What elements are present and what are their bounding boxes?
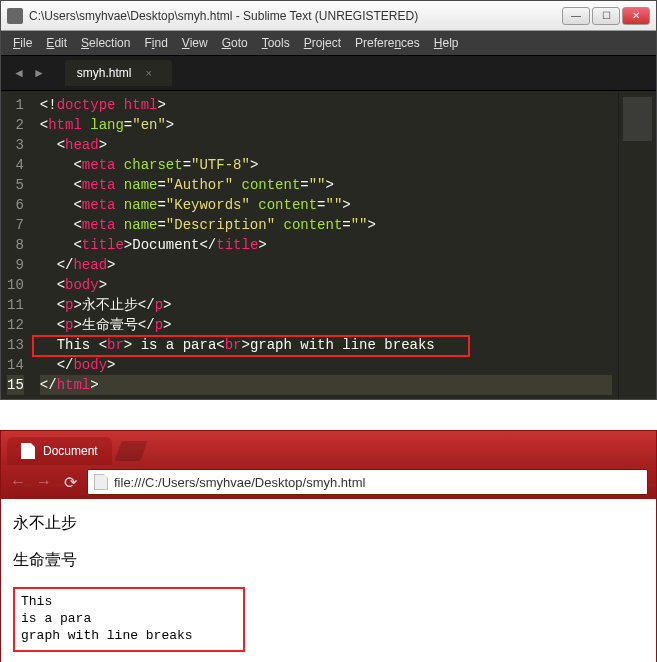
line-num: 9 xyxy=(7,255,24,275)
tab-smyh[interactable]: smyh.html × xyxy=(65,60,172,86)
code-line: <meta charset="UTF-8"> xyxy=(40,155,612,175)
line-num: 3 xyxy=(7,135,24,155)
paragraph-1: 永不止步 xyxy=(13,513,644,534)
menu-project[interactable]: Project xyxy=(298,34,347,52)
menu-view[interactable]: View xyxy=(176,34,214,52)
break-line-2: is a para xyxy=(21,610,237,627)
sublime-window: C:\Users\smyhvae\Desktop\smyh.html - Sub… xyxy=(0,0,657,400)
line-num: 15 xyxy=(7,375,24,395)
break-line-1: This xyxy=(21,593,237,610)
line-num: 7 xyxy=(7,215,24,235)
code-line: <meta name="Description" content=""> xyxy=(40,215,612,235)
chrome-tab-document[interactable]: Document xyxy=(7,437,112,465)
menu-help[interactable]: Help xyxy=(428,34,465,52)
back-button[interactable]: ← xyxy=(9,473,27,491)
page-icon xyxy=(21,443,35,459)
file-icon xyxy=(94,474,108,490)
break-annotation: This is a para graph with line breaks xyxy=(13,587,245,652)
window-controls: — ☐ ✕ xyxy=(562,7,650,25)
line-num: 10 xyxy=(7,275,24,295)
paragraph-2: 生命壹号 xyxy=(13,550,644,571)
tab-close-icon[interactable]: × xyxy=(145,67,151,79)
code-line: </head> xyxy=(40,255,612,275)
menu-file[interactable]: File xyxy=(7,34,38,52)
line-num: 13 xyxy=(7,335,24,355)
reload-button[interactable]: ⟳ xyxy=(61,473,79,492)
window-title: C:\Users\smyhvae\Desktop\smyh.html - Sub… xyxy=(29,9,562,23)
new-tab-button[interactable] xyxy=(114,441,147,461)
sublime-titlebar: C:\Users\smyhvae\Desktop\smyh.html - Sub… xyxy=(1,1,656,31)
line-num: 4 xyxy=(7,155,24,175)
menu-edit[interactable]: Edit xyxy=(40,34,73,52)
line-num: 8 xyxy=(7,235,24,255)
minimize-button[interactable]: — xyxy=(562,7,590,25)
code-line: <html lang="en"> xyxy=(40,115,612,135)
rendered-page: 永不止步 生命壹号 This is a para graph with line… xyxy=(1,499,656,662)
minimap-viewport[interactable] xyxy=(623,97,652,141)
chrome-toolbar: ← → ⟳ file:///C:/Users/smyhvae/Desktop/s… xyxy=(1,465,656,499)
line-num: 14 xyxy=(7,355,24,375)
nav-fwd-icon[interactable]: ► xyxy=(29,66,49,80)
code-line: <p>永不止步</p> xyxy=(40,295,612,315)
menu-find[interactable]: Find xyxy=(138,34,173,52)
line-num: 5 xyxy=(7,175,24,195)
chrome-tabstrip: Document xyxy=(1,431,656,465)
menu-goto[interactable]: Goto xyxy=(216,34,254,52)
code-line: <meta name="Author" content=""> xyxy=(40,175,612,195)
line-num: 6 xyxy=(7,195,24,215)
gutter: 1 2 3 4 5 6 7 8 9 10 11 12 13 14 15 xyxy=(1,91,34,399)
line-num: 2 xyxy=(7,115,24,135)
maximize-button[interactable]: ☐ xyxy=(592,7,620,25)
chrome-window: Document ← → ⟳ file:///C:/Users/smyhvae/… xyxy=(0,430,657,662)
line-num: 11 xyxy=(7,295,24,315)
code-line: <body> xyxy=(40,275,612,295)
code-line: <title>Document</title> xyxy=(40,235,612,255)
code-line: <p>生命壹号</p> xyxy=(40,315,612,335)
nav-back-icon[interactable]: ◄ xyxy=(9,66,29,80)
code-area[interactable]: <!doctype html> <html lang="en"> <head> … xyxy=(34,91,618,399)
menu-tools[interactable]: Tools xyxy=(256,34,296,52)
sublime-app-icon xyxy=(7,8,23,24)
menu-selection[interactable]: Selection xyxy=(75,34,136,52)
code-line: <head> xyxy=(40,135,612,155)
line-num: 12 xyxy=(7,315,24,335)
code-line: </html> xyxy=(40,375,612,395)
code-line: <!doctype html> xyxy=(40,95,612,115)
minimap[interactable] xyxy=(618,91,656,399)
code-line: </body> xyxy=(40,355,612,375)
editor: 1 2 3 4 5 6 7 8 9 10 11 12 13 14 15 <!do… xyxy=(1,91,656,399)
forward-button[interactable]: → xyxy=(35,473,53,491)
code-line: <meta name="Keywords" content=""> xyxy=(40,195,612,215)
line-num: 1 xyxy=(7,95,24,115)
tabbar: smyh.html × xyxy=(65,60,174,86)
address-bar[interactable]: file:///C:/Users/smyhvae/Desktop/smyh.ht… xyxy=(87,469,648,495)
menu-preferences[interactable]: Preferences xyxy=(349,34,426,52)
tab-row: ◄ ► smyh.html × xyxy=(1,55,656,91)
code-line: This <br> is a para<br>graph with line b… xyxy=(40,335,612,355)
break-line-3: graph with line breaks xyxy=(21,627,237,644)
tab-label: smyh.html xyxy=(77,66,132,80)
menubar: File Edit Selection Find View Goto Tools… xyxy=(1,31,656,55)
chrome-tab-label: Document xyxy=(43,444,98,458)
close-button[interactable]: ✕ xyxy=(622,7,650,25)
address-text: file:///C:/Users/smyhvae/Desktop/smyh.ht… xyxy=(114,475,365,490)
